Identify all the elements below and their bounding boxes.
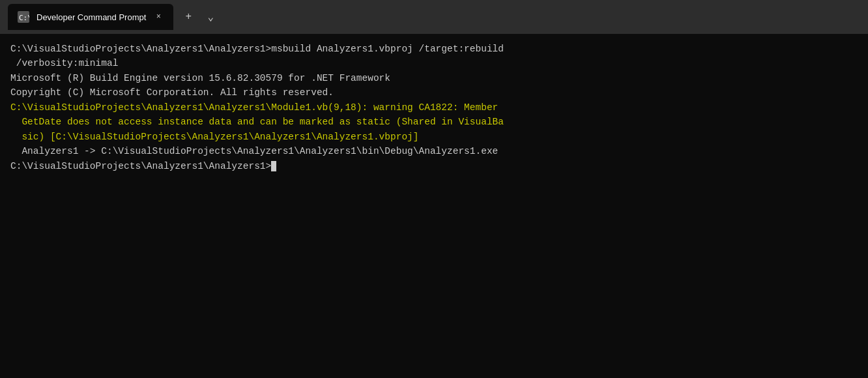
close-tab-button[interactable]: ×: [152, 11, 164, 23]
tab-title: Developer Command Prompt: [36, 12, 146, 22]
terminal-line: C:\VisualStudioProjects\Analyzers1\Analy…: [10, 42, 858, 71]
terminal-body[interactable]: C:\VisualStudioProjects\Analyzers1\Analy…: [0, 34, 868, 378]
cursor: [271, 161, 276, 171]
terminal-window: C:\ Developer Command Prompt × + ⌄ C:\Vi…: [0, 0, 868, 378]
svg-text:C:\: C:\: [19, 14, 29, 22]
title-bar: C:\ Developer Command Prompt × + ⌄: [0, 0, 868, 34]
terminal-output: C:\VisualStudioProjects\Analyzers1\Analy…: [10, 42, 858, 173]
terminal-line: Copyright (C) Microsoft Corporation. All…: [10, 85, 858, 100]
terminal-line: C:\VisualStudioProjects\Analyzers1\Analy…: [10, 159, 858, 173]
terminal-line: Analyzers1 -> C:\VisualStudioProjects\An…: [10, 144, 858, 158]
title-bar-actions: + ⌄: [179, 7, 220, 27]
terminal-line: Microsoft (R) Build Engine version 15.6.…: [10, 71, 858, 85]
active-tab[interactable]: C:\ Developer Command Prompt ×: [8, 4, 173, 30]
new-tab-button[interactable]: +: [179, 7, 198, 27]
dropdown-button[interactable]: ⌄: [201, 7, 220, 27]
terminal-line: C:\VisualStudioProjects\Analyzers1\Analy…: [10, 100, 858, 144]
terminal-icon: C:\: [17, 10, 30, 23]
